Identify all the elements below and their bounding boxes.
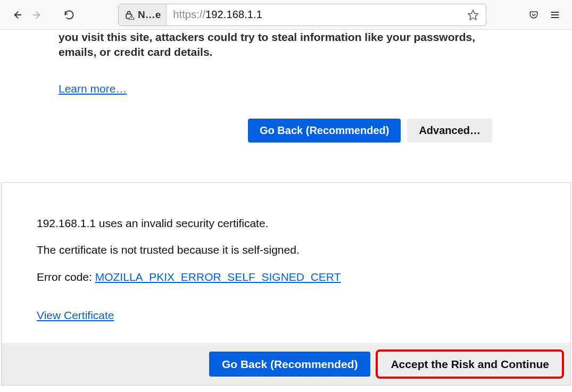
url-bar[interactable]: N…e https://192.168.1.1 <box>118 4 486 26</box>
error-code-line: Error code: MOZILLA_PKIX_ERROR_SELF_SIGN… <box>37 269 535 286</box>
invalid-cert-line: 192.168.1.1 uses an invalid security cer… <box>37 215 535 232</box>
go-back-button-2[interactable]: Go Back (Recommended) <box>209 352 371 377</box>
advanced-button[interactable]: Advanced… <box>407 119 492 143</box>
self-signed-line: The certificate is not trusted because i… <box>37 241 535 259</box>
advanced-footer: Go Back (Recommended) Accept the Risk an… <box>2 343 570 385</box>
reload-button[interactable] <box>61 6 78 23</box>
app-menu-button[interactable] <box>546 6 563 23</box>
identity-box[interactable]: N…e <box>119 4 167 26</box>
svg-point-5 <box>131 18 132 19</box>
url-text[interactable]: https://192.168.1.1 <box>167 9 462 21</box>
identity-label: N…e <box>138 9 161 21</box>
go-back-button[interactable]: Go Back (Recommended) <box>248 119 401 143</box>
accept-risk-button[interactable]: Accept the Risk and Continue <box>378 352 562 377</box>
learn-more-link[interactable]: Learn more… <box>59 82 127 95</box>
back-button[interactable] <box>9 6 26 23</box>
error-code-label: Error code: <box>37 271 95 283</box>
forward-button[interactable] <box>29 6 46 23</box>
browser-toolbar: N…e https://192.168.1.1 <box>0 0 572 30</box>
url-host: 192.168.1.1 <box>205 9 262 20</box>
warning-text: you visit this site, attackers could try… <box>59 30 513 60</box>
error-code-link[interactable]: MOZILLA_PKIX_ERROR_SELF_SIGNED_CERT <box>95 271 341 283</box>
lock-warning-icon <box>124 10 135 20</box>
svg-marker-6 <box>468 10 478 19</box>
url-scheme: https:// <box>173 9 205 20</box>
advanced-panel: 192.168.1.1 uses an invalid security cer… <box>1 182 571 386</box>
view-certificate-link[interactable]: View Certificate <box>37 309 114 322</box>
security-warning-body: you visit this site, attackers could try… <box>0 30 572 143</box>
bookmark-star-icon[interactable] <box>462 4 484 26</box>
pocket-button[interactable] <box>525 6 542 23</box>
